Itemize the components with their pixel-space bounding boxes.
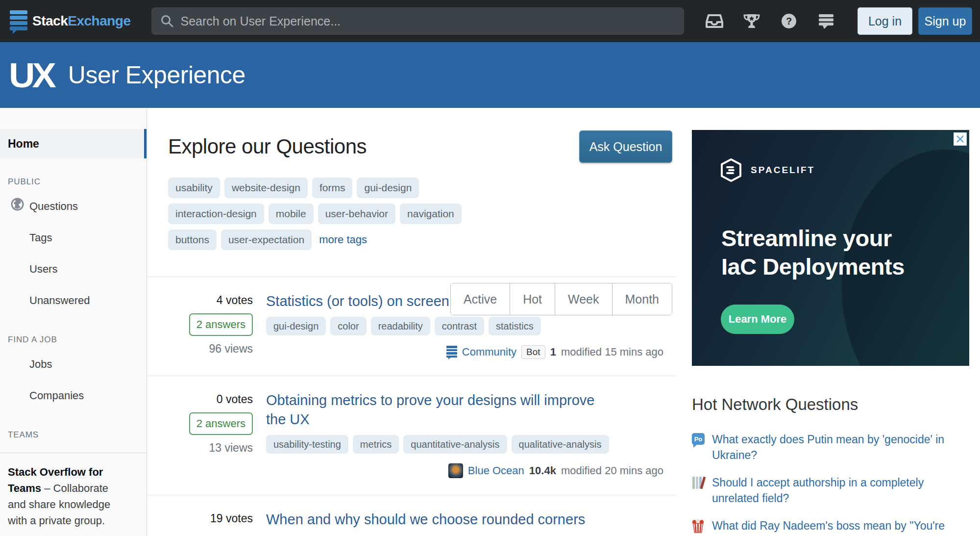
ad-brand-name: SPACELIFT (751, 165, 815, 176)
vote-count: 0 votes (217, 393, 253, 406)
tag-pill[interactable]: gui-design (357, 178, 419, 198)
tag-pill[interactable]: usability-testing (266, 435, 348, 454)
filter-active[interactable]: Active (451, 283, 510, 315)
hot-question-item: Po What exactly does Putin mean by 'geno… (692, 432, 969, 463)
filter-hot[interactable]: Hot (510, 283, 555, 315)
hot-network-questions-list: Po What exactly does Putin mean by 'geno… (692, 432, 969, 536)
sidebar-item-label: Unanswered (29, 294, 90, 306)
question-meta: Blue Ocean 10.4k modified 20 mins ago (448, 463, 663, 478)
sidebar-item-users[interactable]: Users (0, 254, 147, 285)
tag-pill[interactable]: readability (371, 317, 430, 335)
sign-up-button[interactable]: Sign up (918, 7, 972, 35)
tag-pill[interactable]: contrast (435, 317, 484, 335)
question-title-link[interactable]: When and why should we choose rounded co… (266, 510, 663, 529)
ad-headline-line1: Streamline your (721, 224, 905, 253)
globe-icon (11, 198, 24, 214)
sidebar-item-label: Users (29, 263, 57, 275)
view-count: 96 views (209, 342, 253, 356)
tag-pill[interactable]: interaction-design (168, 204, 264, 224)
hot-question-link[interactable]: What did Ray Nadeem's boss mean by "You'… (712, 518, 969, 536)
learn-more-button[interactable]: Learn More (721, 305, 794, 334)
tag-pill[interactable]: mobile (269, 204, 314, 224)
log-in-button[interactable]: Log in (858, 7, 912, 35)
site-name[interactable]: User Experience (68, 61, 245, 89)
politics-site-icon: Po (692, 433, 705, 445)
tag-pill[interactable]: website-design (224, 178, 308, 198)
sidebar-item-tags[interactable]: Tags (0, 222, 147, 254)
tag-pill[interactable]: qualitative-analysis (512, 435, 609, 454)
time-filter-group: Active Hot Week Month (450, 283, 672, 315)
tag-pill[interactable]: navigation (400, 204, 462, 224)
sidebar-item-jobs[interactable]: Jobs (0, 349, 147, 380)
spacelift-advertisement[interactable]: SPACELIFT Streamline your IaC Deployment… (692, 130, 969, 366)
filter-week[interactable]: Week (555, 283, 612, 315)
auth-buttons: Log in Sign up (858, 7, 972, 35)
search-input[interactable] (181, 14, 676, 28)
sidebar-item-unanswered[interactable]: Unanswered (0, 285, 147, 316)
hot-network-questions-title: Hot Network Questions (692, 395, 969, 414)
sidebar-item-questions[interactable]: Questions (0, 191, 147, 222)
sidebar-item-home[interactable]: Home (0, 129, 147, 158)
modified-time: modified 20 mins ago (561, 464, 663, 477)
more-tags-link[interactable]: more tags (319, 233, 367, 246)
search-bar[interactable] (151, 7, 685, 35)
main-content: Explore our Questions Ask Question usabi… (147, 108, 676, 535)
community-user-icon (446, 346, 457, 358)
vote-count: 4 votes (217, 294, 253, 307)
vote-count: 19 votes (210, 512, 253, 525)
user-avatar[interactable] (448, 463, 463, 478)
left-sidebar: Home PUBLIC Questions Tags Users Unanswe… (0, 108, 147, 536)
movies-site-icon (692, 519, 705, 536)
tag-pill[interactable]: buttons (168, 230, 217, 250)
question-row: 19 votes When and why should we choose r… (147, 495, 676, 535)
site-switcher-icon[interactable] (817, 12, 835, 30)
tag-pill[interactable]: metrics (353, 435, 399, 454)
view-count: 13 views (209, 441, 253, 455)
popular-tags: usabilitywebsite-designformsgui-designin… (168, 178, 482, 255)
question-meta: Community Bot 1 modified 15 mins ago (446, 345, 663, 359)
sidebar-item-companies[interactable]: Companies (0, 380, 147, 411)
ad-headline: Streamline your IaC Deployments (721, 224, 905, 281)
achievements-trophy-icon[interactable] (743, 12, 760, 30)
tag-pill[interactable]: usability (168, 178, 220, 198)
modified-time: modified 15 mins ago (561, 346, 663, 358)
tag-pill[interactable]: quantitative-analysis (403, 435, 507, 454)
sidebar-section-find-a-job: FIND A JOB (8, 335, 147, 345)
tag-pill[interactable]: color (330, 317, 366, 335)
tag-pill[interactable]: gui-design (266, 317, 326, 335)
tag-pill[interactable]: statistics (489, 317, 541, 335)
inbox-icon[interactable] (706, 12, 723, 30)
sidebar-item-label: Questions (29, 200, 78, 212)
sidebar-section-teams: TEAMS (8, 430, 147, 440)
ux-site-logo[interactable]: UX (9, 55, 53, 95)
user-link[interactable]: Blue Ocean (468, 464, 524, 477)
bot-badge: Bot (521, 345, 545, 359)
tags-and-filters: usabilitywebsite-designformsgui-designin… (147, 163, 676, 277)
stack-exchange-logo[interactable]: StackExchange (10, 10, 131, 32)
reputation-score: 1 (550, 346, 556, 358)
sidebar-item-label: Jobs (29, 358, 52, 370)
question-title-link[interactable]: Obtaining metrics to prove your designs … (266, 391, 616, 429)
hot-question-item: Should I accept authorship in a complete… (692, 475, 969, 506)
filter-month[interactable]: Month (612, 283, 672, 315)
ad-headline-line2: IaC Deployments (721, 253, 905, 281)
reputation-score: 10.4k (529, 464, 556, 477)
tag-pill[interactable]: user-expectation (221, 230, 312, 250)
user-link[interactable]: Community (462, 346, 516, 358)
ad-close-button[interactable] (954, 132, 967, 146)
answer-count-pill: 2 answers (189, 313, 253, 336)
question-stats: 4 votes 2 answers 96 views (168, 292, 253, 359)
hot-question-link[interactable]: What exactly does Putin mean by 'genocid… (712, 432, 969, 463)
svg-text:?: ? (786, 16, 792, 26)
tag-pill[interactable]: user-behavior (318, 204, 395, 224)
ask-question-button[interactable]: Ask Question (579, 130, 672, 163)
sidebar-item-label: Companies (29, 389, 84, 402)
tag-pill[interactable]: forms (312, 178, 353, 198)
question-body: Obtaining metrics to prove your designs … (266, 391, 663, 478)
help-icon[interactable]: ? (780, 12, 798, 30)
top-bar: StackExchange ? Log in Sign up (0, 0, 980, 42)
topbar-icon-group: ? (706, 12, 835, 30)
spacelift-logo-icon (720, 158, 742, 182)
stack-exchange-wordmark: StackExchange (32, 13, 131, 29)
hot-question-link[interactable]: Should I accept authorship in a complete… (712, 475, 969, 506)
